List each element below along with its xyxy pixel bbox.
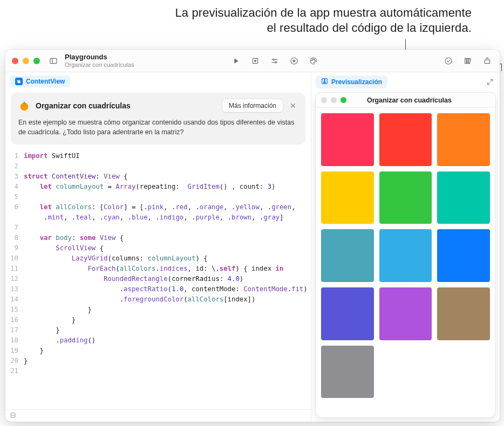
code-line[interactable]: 6 let allColors: [Color] = [.pink, .red,… (5, 202, 311, 212)
code-text[interactable] (24, 223, 311, 233)
line-number: 3 (5, 171, 24, 182)
code-text[interactable]: let columnLayout = Array(repeating: Grid… (24, 182, 311, 192)
code-line[interactable]: 5 (5, 192, 311, 202)
zoom-icon[interactable] (33, 58, 40, 64)
lesson-body: En este ejemplo se muestra cómo organiza… (18, 118, 298, 137)
color-swatch[interactable] (379, 113, 432, 166)
code-pane: ContentView Organizar con cuadrículas Má… (5, 72, 311, 422)
code-line[interactable]: 14 .foregroundColor(allColors[index]) (5, 294, 311, 305)
sim-minimize-icon[interactable] (331, 97, 337, 103)
color-grid[interactable] (316, 108, 495, 403)
color-swatch[interactable] (321, 229, 374, 282)
line-number: 11 (5, 264, 24, 274)
code-text[interactable] (24, 192, 311, 202)
stack-icon[interactable] (481, 55, 493, 67)
sidebar-toggle-icon[interactable] (47, 55, 59, 67)
color-swatch[interactable] (321, 287, 374, 340)
color-swatch[interactable] (437, 287, 490, 340)
minimize-icon[interactable] (23, 58, 29, 64)
check-icon[interactable] (442, 55, 454, 67)
code-line[interactable]: 16 } (5, 315, 311, 325)
code-text[interactable]: var body: some View { (24, 233, 311, 243)
code-line[interactable]: 20} (5, 356, 311, 366)
more-info-button[interactable]: Más información (222, 99, 283, 112)
line-number: 12 (5, 274, 24, 284)
color-swatch[interactable] (379, 229, 432, 282)
code-text[interactable]: } (24, 325, 311, 335)
code-line[interactable]: 10 LazyVGrid(columns: columnLayout) { (5, 253, 311, 264)
code-line[interactable]: 1import SwiftUI (5, 151, 311, 161)
code-text[interactable] (24, 366, 311, 376)
preview-tab[interactable]: Previsualización (316, 75, 387, 88)
code-editor[interactable]: 1import SwiftUI2 3struct ContentView: Vi… (5, 149, 311, 409)
code-text[interactable] (24, 161, 311, 171)
code-text[interactable]: } (24, 356, 311, 366)
color-swatch[interactable] (321, 113, 374, 166)
simulator-titlebar: Organizar con cuadrículas (316, 93, 495, 108)
star-icon[interactable] (288, 55, 300, 67)
code-line[interactable]: 21 (5, 366, 311, 376)
file-tab[interactable]: ContentView (10, 75, 70, 87)
code-line[interactable]: 13 .aspectRatio(1.0, contentMode: Conten… (5, 284, 311, 294)
color-swatch[interactable] (321, 171, 374, 224)
code-text[interactable]: RoundedRectangle(cornerRadius: 4.0) (24, 274, 311, 284)
color-swatch[interactable] (437, 229, 490, 282)
code-line[interactable]: 7 (5, 223, 311, 233)
sliders-icon[interactable] (269, 55, 281, 67)
preview-tab-row: Previsualización (311, 72, 500, 91)
code-line[interactable]: 15 } (5, 305, 311, 315)
swift-icon (15, 78, 23, 85)
color-swatch[interactable] (321, 346, 374, 398)
code-text[interactable]: ScrollView { (24, 243, 311, 253)
app-title: Playgrounds (65, 53, 134, 61)
color-swatch[interactable] (437, 171, 490, 224)
code-line[interactable]: 2 (5, 161, 311, 171)
code-text[interactable]: } (24, 305, 311, 315)
code-text[interactable]: let allColors: [Color] = [.pink, .red, .… (24, 202, 311, 212)
svg-rect-16 (485, 60, 489, 64)
code-line[interactable]: .mint, .teal, .cyan, .blue, .indigo, .pu… (5, 212, 311, 223)
code-text[interactable]: } (24, 315, 311, 325)
line-number: 19 (5, 346, 24, 356)
expand-icon[interactable] (485, 77, 495, 87)
code-text[interactable]: .aspectRatio(1.0, contentMode: ContentMo… (24, 284, 311, 294)
code-text[interactable]: struct ContentView: View { (24, 171, 311, 182)
line-number: 21 (5, 366, 24, 376)
preview-tab-label: Previsualización (331, 78, 382, 86)
code-line[interactable]: 17 } (5, 325, 311, 335)
code-line[interactable]: 12 RoundedRectangle(cornerRadius: 4.0) (5, 274, 311, 284)
code-text[interactable]: import SwiftUI (24, 151, 311, 161)
code-line[interactable]: 9 ScrollView { (5, 243, 311, 253)
code-line[interactable]: 11 ForEach(allColors.indices, id: \.self… (5, 264, 311, 274)
close-icon[interactable]: ✕ (288, 101, 298, 110)
color-swatch[interactable] (437, 113, 490, 166)
preview-pane: Previsualización Organizar con cuadrícul… (311, 72, 500, 422)
code-text[interactable]: LazyVGrid(columns: columnLayout) { (24, 253, 311, 264)
footer-icon[interactable] (10, 413, 16, 420)
code-text[interactable]: .foregroundColor(allColors[index]) (24, 294, 311, 305)
close-icon[interactable] (12, 58, 18, 64)
code-text[interactable]: .mint, .teal, .cyan, .blue, .indigo, .pu… (24, 212, 311, 223)
sim-close-icon[interactable] (321, 97, 327, 103)
code-text[interactable]: ForEach(allColors.indices, id: \.self) {… (24, 264, 311, 274)
code-line[interactable]: 18 .padding() (5, 335, 311, 346)
line-number (5, 212, 24, 223)
code-line[interactable]: 3struct ContentView: View { (5, 171, 311, 182)
code-line[interactable]: 8 var body: some View { (5, 233, 311, 243)
color-swatch[interactable] (379, 287, 432, 340)
svg-point-6 (273, 59, 275, 60)
line-number: 7 (5, 223, 24, 233)
sim-zoom-icon[interactable] (340, 97, 346, 103)
line-number: 8 (5, 233, 24, 243)
toolbar-right (442, 55, 493, 67)
color-swatch[interactable] (379, 171, 432, 224)
code-line[interactable]: 19 } (5, 346, 311, 356)
code-text[interactable]: } (24, 346, 311, 356)
palette-icon[interactable] (308, 55, 319, 67)
code-line[interactable]: 4 let columnLayout = Array(repeating: Gr… (5, 182, 311, 192)
run-icon[interactable] (230, 55, 242, 67)
library-icon[interactable] (462, 55, 474, 67)
code-text[interactable]: .padding() (24, 335, 311, 346)
figure-caption: La previsualización de la app muestra au… (0, 0, 504, 37)
stop-icon[interactable] (249, 55, 261, 67)
